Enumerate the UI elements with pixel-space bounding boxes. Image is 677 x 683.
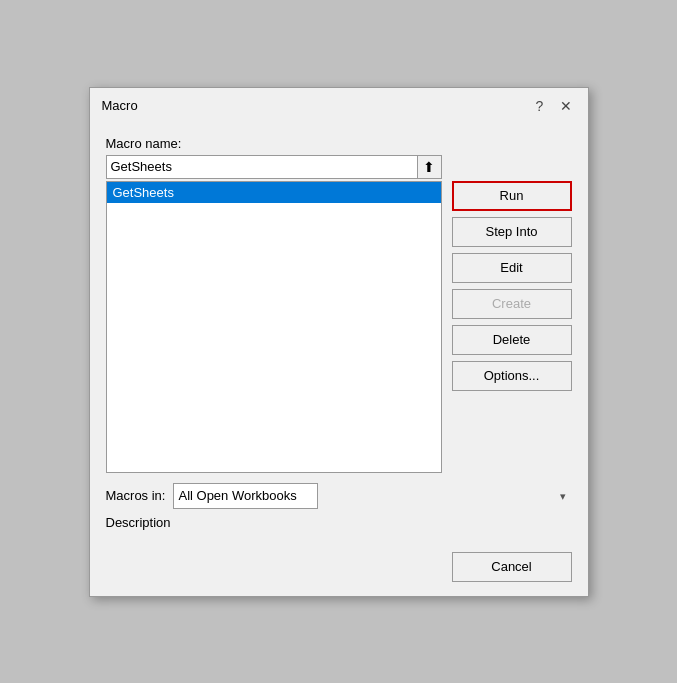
title-bar: Macro ? ✕ bbox=[90, 88, 588, 124]
macro-dialog: Macro ? ✕ Macro name: ⬆ G bbox=[89, 87, 589, 597]
macro-name-input[interactable] bbox=[106, 155, 418, 179]
macros-in-select-wrapper: All Open Workbooks This Workbook bbox=[173, 483, 571, 509]
cancel-button[interactable]: Cancel bbox=[452, 552, 572, 582]
step-into-button[interactable]: Step Into bbox=[452, 217, 572, 247]
create-button[interactable]: Create bbox=[452, 289, 572, 319]
content-area: ⬆ GetSheets Run Step Into bbox=[106, 155, 572, 473]
macro-name-row: ⬆ bbox=[106, 155, 442, 179]
title-bar-left: Macro bbox=[102, 98, 138, 113]
macros-in-select[interactable]: All Open Workbooks This Workbook bbox=[173, 483, 318, 509]
edit-button[interactable]: Edit bbox=[452, 253, 572, 283]
run-button[interactable]: Run bbox=[452, 181, 572, 211]
create-label: Create bbox=[492, 296, 531, 311]
macro-list-container: GetSheets bbox=[106, 181, 442, 473]
dialog-body: Macro name: ⬆ GetSheets bbox=[90, 124, 588, 542]
left-panel: ⬆ GetSheets bbox=[106, 155, 442, 473]
description-label: Description bbox=[106, 515, 572, 530]
options-button[interactable]: Options... bbox=[452, 361, 572, 391]
upload-icon: ⬆ bbox=[423, 159, 435, 175]
run-label: Run bbox=[500, 188, 524, 203]
options-label: Options... bbox=[484, 368, 540, 383]
footer-row: Cancel bbox=[90, 542, 588, 596]
bottom-area: Macros in: All Open Workbooks This Workb… bbox=[106, 483, 572, 530]
title-bar-right: ? ✕ bbox=[530, 96, 576, 116]
right-panel: Run Step Into Edit Create Delete Options… bbox=[452, 155, 572, 473]
step-into-label: Step Into bbox=[485, 224, 537, 239]
close-button[interactable]: ✕ bbox=[556, 96, 576, 116]
help-button[interactable]: ? bbox=[530, 96, 550, 116]
edit-label: Edit bbox=[500, 260, 522, 275]
list-item[interactable]: GetSheets bbox=[107, 182, 441, 203]
delete-button[interactable]: Delete bbox=[452, 325, 572, 355]
dialog-title: Macro bbox=[102, 98, 138, 113]
macros-in-label: Macros in: bbox=[106, 488, 166, 503]
macro-upload-button[interactable]: ⬆ bbox=[418, 155, 442, 179]
macros-in-row: Macros in: All Open Workbooks This Workb… bbox=[106, 483, 572, 509]
delete-label: Delete bbox=[493, 332, 531, 347]
macro-list: GetSheets bbox=[107, 182, 441, 472]
macro-name-label: Macro name: bbox=[106, 136, 572, 151]
